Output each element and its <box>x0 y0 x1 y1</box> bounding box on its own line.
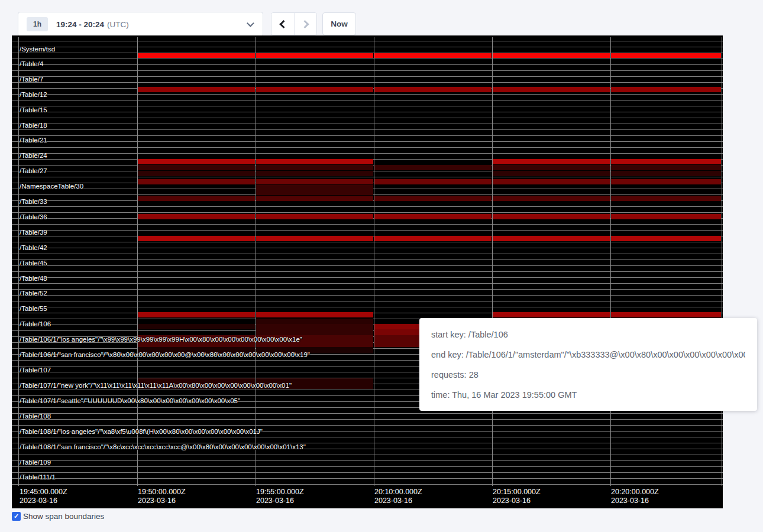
heat-band[interactable] <box>493 214 610 219</box>
span-boundary-label: /Table/108/1/"los angeles"/"\xa8\xf5\u00… <box>20 428 263 436</box>
axis-tick-time: 19:45:00.000Z <box>20 488 67 497</box>
span-boundary-label: /Table/111/1 <box>20 473 56 481</box>
heat-band[interactable] <box>256 319 373 324</box>
heat-band[interactable] <box>256 236 373 241</box>
time-range-preset-badge: 1h <box>27 17 48 31</box>
span-boundary-label: /Table/4 <box>20 60 43 68</box>
axis-tick-time: 20:15:00.000Z <box>493 488 541 497</box>
heat-band[interactable] <box>138 236 255 241</box>
time-range-zone: (UTC) <box>107 20 129 29</box>
heat-band[interactable] <box>374 196 492 201</box>
gridline <box>137 37 138 486</box>
footer-controls: ✓ Show span boundaries <box>12 512 104 521</box>
heat-band[interactable] <box>493 171 610 176</box>
heat-band[interactable] <box>493 159 610 164</box>
heat-band[interactable] <box>374 179 492 184</box>
toolbar: 1h 19:24 - 20:24 (UTC) Now <box>0 0 763 35</box>
gridline <box>492 37 493 486</box>
gridline <box>374 37 374 486</box>
heat-band[interactable] <box>256 159 373 164</box>
heat-band[interactable] <box>256 324 373 329</box>
axis-tick-time: 20:10:00.000Z <box>374 488 422 497</box>
heat-band[interactable] <box>611 87 721 92</box>
key-visualizer-canvas[interactable]: /System/tsd/Table/4/Table/7/Table/12/Tab… <box>12 35 723 508</box>
span-boundary-label: /Table/107 <box>20 366 51 374</box>
axis-tick: 19:45:00.000Z2023-03-16 <box>20 488 67 505</box>
heat-band[interactable] <box>138 159 255 164</box>
heat-band[interactable] <box>256 179 373 184</box>
heat-band[interactable] <box>256 87 373 92</box>
span-boundary-label: /Table/107/1/"new york"/"\x11\x11\x11\x1… <box>20 382 292 390</box>
tooltip-start-key: start key: /Table/106 <box>431 325 745 345</box>
axis-tick: 19:55:00.000Z2023-03-16 <box>256 488 304 505</box>
heat-band[interactable] <box>374 53 492 58</box>
heat-band[interactable] <box>374 165 492 170</box>
heat-band[interactable] <box>256 53 373 58</box>
show-span-boundaries-checkbox[interactable]: ✓ <box>12 512 21 521</box>
heat-band[interactable] <box>611 171 721 176</box>
heat-band[interactable] <box>493 179 610 184</box>
heat-band[interactable] <box>493 236 610 241</box>
axis-tick-time: 20:20:00.000Z <box>611 488 659 497</box>
heat-band[interactable] <box>138 196 255 201</box>
span-boundary-label: /Table/33 <box>20 198 47 206</box>
heat-band[interactable] <box>493 53 610 58</box>
heat-band[interactable] <box>374 87 492 92</box>
heat-band[interactable] <box>256 185 373 195</box>
heat-band[interactable] <box>138 165 255 170</box>
heat-band[interactable] <box>611 53 721 58</box>
heat-band[interactable] <box>138 214 255 219</box>
heat-band[interactable] <box>611 312 721 317</box>
heat-band[interactable] <box>138 324 255 329</box>
heat-band[interactable] <box>493 196 610 201</box>
heat-band[interactable] <box>611 179 721 184</box>
previous-window-button[interactable] <box>271 13 294 35</box>
heat-band[interactable] <box>611 196 721 201</box>
heatmap-row-lines <box>12 35 723 486</box>
span-boundary-label: /Table/108/1/"san francisco"/"\x8c\xcc\x… <box>20 443 306 451</box>
axis-tick-time: 19:50:00.000Z <box>138 488 186 497</box>
heat-band[interactable] <box>611 159 721 164</box>
heat-band[interactable] <box>256 329 373 335</box>
axis-tick-date: 2023-03-16 <box>611 497 659 505</box>
gridline <box>18 37 19 486</box>
axis-tick: 19:50:00.000Z2023-03-16 <box>138 488 186 505</box>
now-button[interactable]: Now <box>322 12 356 35</box>
axis-tick-time: 19:55:00.000Z <box>256 488 304 497</box>
heat-band[interactable] <box>138 179 255 184</box>
next-window-button[interactable] <box>294 13 316 35</box>
time-range-dropdown[interactable]: 1h 19:24 - 20:24 (UTC) <box>18 12 263 37</box>
span-tooltip: start key: /Table/106 end key: /Table/10… <box>419 318 757 411</box>
heat-band[interactable] <box>611 165 721 170</box>
heat-band[interactable] <box>138 87 255 92</box>
axis-tick: 20:15:00.000Z2023-03-16 <box>493 488 541 505</box>
axis-tick-date: 2023-03-16 <box>493 497 541 505</box>
heat-band[interactable] <box>611 214 721 219</box>
span-boundary-label: /Table/39 <box>20 229 47 236</box>
heat-band[interactable] <box>256 165 373 170</box>
heat-band[interactable] <box>493 312 610 317</box>
heat-band[interactable] <box>374 236 492 241</box>
heat-band[interactable] <box>138 312 255 317</box>
heat-band[interactable] <box>493 87 610 92</box>
heat-band[interactable] <box>138 53 255 58</box>
span-boundary-label: /Table/106/1/"los angeles"/"\x99\x99\x99… <box>20 336 302 343</box>
chevron-left-icon <box>279 20 287 28</box>
span-boundary-label: /Table/27 <box>20 167 47 175</box>
heat-band[interactable] <box>611 236 721 241</box>
axis-tick: 20:10:00.000Z2023-03-16 <box>374 488 422 505</box>
heat-band[interactable] <box>256 312 373 317</box>
span-boundary-label: /Table/106/1/"san francisco"/"\x80\x00\x… <box>20 351 310 359</box>
heat-band[interactable] <box>256 171 373 176</box>
span-boundary-label: /Table/42 <box>20 244 47 252</box>
chevron-right-icon <box>300 20 309 28</box>
heat-band[interactable] <box>256 214 373 219</box>
heat-band[interactable] <box>493 165 610 170</box>
show-span-boundaries-label[interactable]: Show span boundaries <box>23 512 104 521</box>
gridline <box>722 37 722 486</box>
heat-band[interactable] <box>256 196 373 201</box>
tooltip-end-key: end key: /Table/106/1/"amsterdam"/"\xb33… <box>431 345 745 365</box>
span-boundary-label: /System/tsd <box>20 46 55 53</box>
heat-band[interactable] <box>138 171 255 176</box>
heat-band[interactable] <box>374 214 492 219</box>
